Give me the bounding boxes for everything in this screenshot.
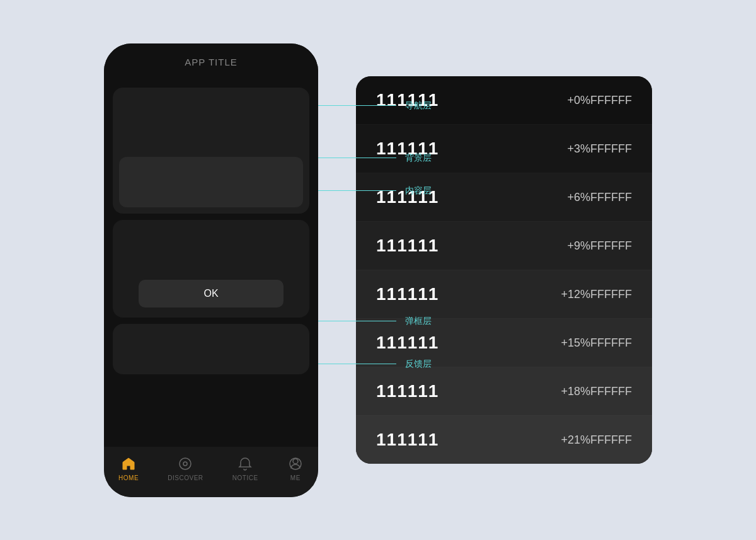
palette-pct-5: +15%FFFFFF xyxy=(561,336,632,350)
tab-discover[interactable]: DISCOVER xyxy=(168,456,203,481)
palette-hex-0: 111111 xyxy=(376,90,438,110)
tab-notice[interactable]: NOTICE xyxy=(232,456,258,481)
phone-nav-bar: APP TITLE xyxy=(104,43,318,81)
palette-row-1: 111111+3%FFFFFF xyxy=(356,125,652,173)
phone-frame: APP TITLE OK xyxy=(104,43,318,497)
tab-me-label: ME xyxy=(290,474,301,481)
palette-row-7: 111111+21%FFFFFF xyxy=(356,416,652,464)
tab-me[interactable]: ME xyxy=(287,456,304,481)
phone-content: OK xyxy=(104,81,318,447)
palette-pct-6: +18%FFFFFF xyxy=(561,385,632,398)
palette-hex-2: 111111 xyxy=(376,187,438,207)
svg-point-1 xyxy=(183,462,187,466)
ok-button[interactable]: OK xyxy=(139,280,284,307)
palette-row-6: 111111+18%FFFFFF xyxy=(356,367,652,416)
palette-hex-4: 111111 xyxy=(376,284,438,304)
palette-row-3: 111111+9%FFFFFF xyxy=(356,222,652,270)
palette-pct-2: +6%FFFFFF xyxy=(568,191,633,204)
palette-hex-7: 111111 xyxy=(376,430,438,450)
notice-icon xyxy=(237,456,253,472)
palette-row-2: 111111+6%FFFFFF xyxy=(356,173,652,222)
palette-row-5: 111111+15%FFFFFF xyxy=(356,319,652,367)
card-bottom xyxy=(113,324,309,374)
me-icon xyxy=(287,456,304,472)
palette-row-0: 111111+0%FFFFFF xyxy=(356,76,652,125)
palette-hex-1: 111111 xyxy=(376,139,438,159)
card-inner xyxy=(119,157,303,207)
tab-home-label: HOME xyxy=(118,474,139,481)
palette-pct-4: +12%FFFFFF xyxy=(561,288,632,301)
tab-home[interactable]: HOME xyxy=(118,456,139,481)
palette-pct-0: +0%FFFFFF xyxy=(568,94,633,107)
palette-row-4: 111111+12%FFFFFF xyxy=(356,270,652,319)
main-container: APP TITLE OK xyxy=(104,43,652,497)
palette-hex-3: 111111 xyxy=(376,236,438,256)
svg-point-0 xyxy=(180,458,191,469)
palette-pct-1: +3%FFFFFF xyxy=(568,142,633,156)
home-icon xyxy=(120,456,137,472)
palette-hex-6: 111111 xyxy=(376,381,438,401)
svg-point-2 xyxy=(293,459,298,464)
tab-notice-label: NOTICE xyxy=(232,474,258,481)
discover-icon xyxy=(177,456,193,472)
palette-pct-3: +9%FFFFFF xyxy=(568,239,633,253)
phone-section: APP TITLE OK xyxy=(104,43,318,497)
content-card-top xyxy=(113,88,309,214)
phone-tab-bar: HOME DISCOVER xyxy=(104,447,318,497)
palette-pct-7: +21%FFFFFF xyxy=(561,434,632,447)
card-modal: OK xyxy=(113,220,309,318)
palette-hex-5: 111111 xyxy=(376,333,438,353)
palette-panel: 111111+0%FFFFFF111111+3%FFFFFF111111+6%F… xyxy=(356,76,652,464)
tab-discover-label: DISCOVER xyxy=(168,474,203,481)
app-title: APP TITLE xyxy=(185,57,237,67)
